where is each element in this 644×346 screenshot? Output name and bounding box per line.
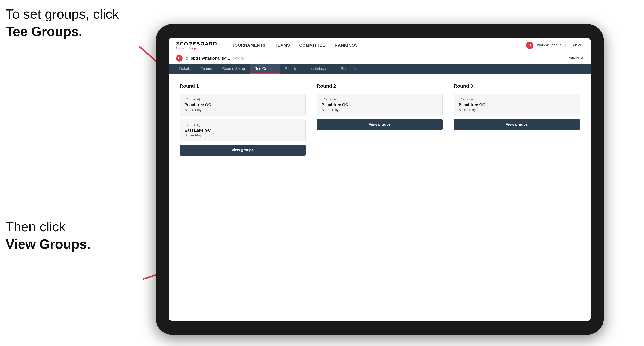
instruction-bottom: Then click View Groups. (6, 218, 90, 253)
nav-committee[interactable]: COMMITTEE (299, 42, 326, 49)
instruction-line1: To set groups, click (6, 7, 119, 21)
cancel-button[interactable]: Cancel ✕ (567, 56, 584, 60)
user-avatar: B (526, 42, 534, 49)
tournament-title: C Clippd Invitational (M... Hosting (176, 55, 244, 62)
tablet-frame: SCOREBOARD Powered by clippit TOURNAMENT… (156, 24, 604, 335)
user-email: blair@clippd.io (537, 43, 562, 47)
round-3-course-a-name: Peachtree GC (458, 102, 575, 107)
round-1-course-a-label: [Course A] (184, 97, 301, 101)
round-2-course-a-name: Peachtree GC (322, 102, 438, 107)
round-3-column: Round 3 [Course A] Peachtree GC Stroke P… (454, 83, 580, 156)
round-1-course-b-label: [Course B] (184, 123, 301, 127)
round-1-course-b-name: East Lake GC (184, 128, 301, 133)
round-1-title: Round 1 (180, 83, 306, 89)
round-1-course-a-name: Peachtree GC (184, 102, 301, 107)
tab-printables[interactable]: Printables (336, 64, 362, 74)
view-groups-label: View Groups (6, 237, 87, 251)
round-2-course-a-label: [Course A] (322, 97, 438, 101)
logo-sub: Powered by clippit (176, 47, 217, 50)
tab-teams[interactable]: Teams (196, 64, 217, 74)
round-2-course-a-card: [Course A] Peachtree GC Stroke Play (317, 94, 443, 116)
nav-links: TOURNAMENTS TEAMS COMMITTEE RANKINGS (232, 42, 515, 49)
round-1-course-a-card: [Course A] Peachtree GC Stroke Play (180, 94, 306, 116)
instruction-bold-top: Tee Groups. (6, 24, 82, 39)
view-groups-button-round-3[interactable]: View groups (454, 119, 580, 130)
tee-groups-label: Tee Groups (6, 24, 79, 39)
round-1-column: Round 1 [Course A] Peachtree GC Stroke P… (180, 83, 306, 156)
tab-details[interactable]: Details (174, 64, 196, 74)
rounds-grid: Round 1 [Course A] Peachtree GC Stroke P… (180, 83, 580, 156)
tablet-screen: SCOREBOARD Powered by clippit TOURNAMENT… (168, 38, 591, 321)
round-2-title: Round 2 (317, 83, 443, 89)
round-3-course-a-card: [Course A] Peachtree GC Stroke Play (454, 94, 580, 116)
instruction-line3: Then click (6, 219, 66, 234)
round-1-course-b-format: Stroke Play (184, 134, 301, 137)
round-2-course-a-format: Stroke Play (322, 108, 438, 112)
view-groups-button-round-1[interactable]: View groups (180, 145, 306, 156)
logo-text: SCOREBOARD (176, 41, 217, 47)
tournament-logo: C (176, 55, 182, 62)
round-3-title: Round 3 (454, 83, 580, 89)
hosting-badge: Hosting (233, 56, 244, 60)
tab-course-setup[interactable]: Course Setup (217, 64, 250, 74)
tab-results[interactable]: Results (280, 64, 302, 74)
round-1-course-a-format: Stroke Play (184, 108, 301, 112)
nav-right: B blair@clippd.io | Sign out (526, 42, 584, 49)
logo-area: SCOREBOARD Powered by clippit (176, 41, 217, 50)
view-groups-button-round-2[interactable]: View groups (317, 119, 443, 130)
round-3-course-a-format: Stroke Play (458, 108, 575, 112)
round-3-course-a-label: [Course A] (458, 97, 575, 101)
tab-navigation: Details Teams Course Setup Tee Groups Re… (168, 64, 591, 74)
nav-rankings[interactable]: RANKINGS (335, 42, 358, 49)
nav-teams[interactable]: TEAMS (275, 42, 290, 49)
round-2-column: Round 2 [Course A] Peachtree GC Stroke P… (317, 83, 443, 156)
nav-tournaments[interactable]: TOURNAMENTS (232, 42, 266, 49)
tab-leaderboards[interactable]: Leaderboards (302, 64, 336, 74)
instruction-bold-bottom: View Groups. (6, 237, 90, 251)
main-content: Round 1 [Course A] Peachtree GC Stroke P… (168, 74, 591, 321)
nav-separator: | (565, 43, 566, 47)
round-1-course-b-card: [Course B] East Lake GC Stroke Play (180, 119, 306, 141)
tournament-name: Clippd Invitational (M... (186, 56, 230, 61)
sub-header: C Clippd Invitational (M... Hosting Canc… (168, 53, 591, 64)
tab-tee-groups[interactable]: Tee Groups (250, 64, 280, 74)
sign-out-link[interactable]: Sign out (570, 43, 584, 47)
instruction-top: To set groups, click Tee Groups. (6, 5, 119, 40)
top-navigation: SCOREBOARD Powered by clippit TOURNAMENT… (168, 38, 591, 53)
